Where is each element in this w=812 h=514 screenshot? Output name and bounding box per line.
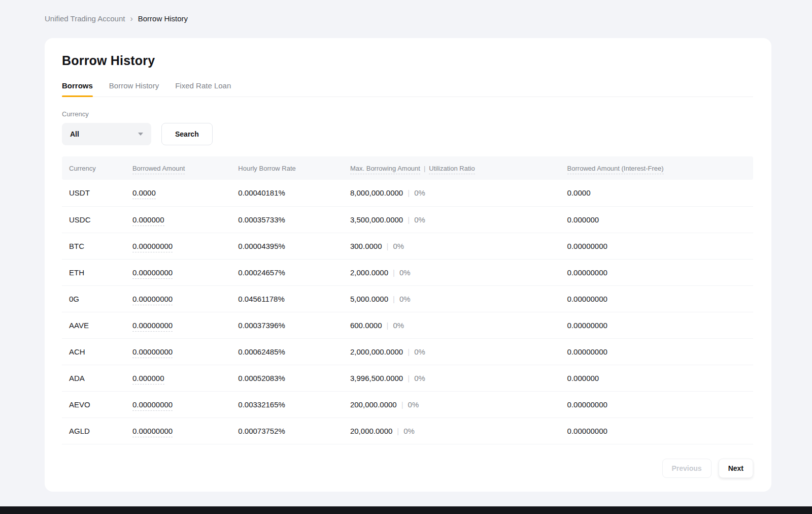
- chevron-down-icon: [138, 133, 143, 136]
- utilization-ratio: 0%: [399, 295, 411, 303]
- pagination: Previous Next: [62, 459, 753, 478]
- value-separator: |: [408, 188, 410, 197]
- table-row: USDT0.00000.00040181%8,000,000.0000|0%0.…: [62, 180, 753, 206]
- currency-select[interactable]: All: [62, 123, 151, 145]
- tab-borrows[interactable]: Borrows: [62, 81, 93, 97]
- cell-hourly-borrow-rate: 0.00004395%: [238, 233, 350, 259]
- cell-hourly-borrow-rate: 0.00037396%: [238, 312, 350, 338]
- utilization-ratio: 0%: [403, 427, 415, 435]
- cell-max-borrowing-utilization: 8,000,000.0000|0%: [350, 180, 567, 206]
- cell-currency: BTC: [62, 233, 132, 259]
- currency-select-value: All: [70, 130, 79, 138]
- breadcrumb: Unified Trading Account › Borrow History: [45, 14, 188, 23]
- cell-hourly-borrow-rate: 0.00052083%: [238, 365, 350, 391]
- borrow-table: Currency Borrowed Amount Hourly Borrow R…: [62, 156, 753, 444]
- cell-interest-free: 0.00000000: [567, 417, 753, 444]
- max-borrowing-amount: 600.0000: [350, 321, 382, 330]
- cell-borrowed-amount[interactable]: 0.00000000: [132, 233, 238, 259]
- max-borrowing-amount: 2,000,000.0000: [350, 347, 403, 356]
- cell-currency: AGLD: [62, 417, 132, 444]
- borrow-history-card: Borrow History Borrows Borrow History Fi…: [45, 38, 771, 492]
- cell-interest-free: 0.00000000: [567, 312, 753, 338]
- cell-hourly-borrow-rate: 0.04561178%: [238, 285, 350, 312]
- search-button[interactable]: Search: [161, 123, 213, 145]
- bottom-bar: [0, 506, 812, 514]
- utilization-ratio: 0%: [408, 400, 419, 409]
- utilization-ratio: 0%: [399, 268, 411, 277]
- cell-max-borrowing-utilization: 20,000.0000|0%: [350, 417, 567, 444]
- table-row: AEVO0.000000000.00332165%200,000.0000|0%…: [62, 391, 753, 417]
- utilization-ratio: 0%: [414, 347, 425, 356]
- cell-max-borrowing-utilization: 2,000,000.0000|0%: [350, 338, 567, 365]
- column-header-interest-free[interactable]: Borrowed Amount (Interest-Free): [567, 156, 753, 180]
- cell-max-borrowing-utilization: 600.0000|0%: [350, 312, 567, 338]
- cell-max-borrowing-utilization: 3,996,500.0000|0%: [350, 365, 567, 391]
- table-row: ETH0.000000000.00024657%2,000.0000|0%0.0…: [62, 259, 753, 285]
- header-separator: |: [424, 165, 425, 172]
- cell-borrowed-amount[interactable]: 0.00000000: [132, 417, 238, 444]
- cell-borrowed-amount[interactable]: 0.00000000: [132, 285, 238, 312]
- max-borrowing-amount: 3,500,000.0000: [350, 215, 403, 224]
- tab-fixed-rate-loan[interactable]: Fixed Rate Loan: [175, 81, 231, 97]
- cell-interest-free: 0.00000000: [567, 259, 753, 285]
- next-page-button[interactable]: Next: [719, 459, 753, 478]
- max-borrowing-amount: 300.0000: [350, 242, 382, 250]
- cell-interest-free: 0.000000: [567, 365, 753, 391]
- page-title: Borrow History: [62, 53, 753, 68]
- cell-borrowed-amount[interactable]: 0.00000000: [132, 259, 238, 285]
- column-header-max-borrowing-utilization[interactable]: Max. Borrowing Amount|Utilization Ratio: [350, 156, 567, 180]
- breadcrumb-current: Borrow History: [138, 14, 188, 23]
- table-header-row: Currency Borrowed Amount Hourly Borrow R…: [62, 156, 753, 180]
- cell-max-borrowing-utilization: 3,500,000.0000|0%: [350, 206, 567, 233]
- previous-page-button[interactable]: Previous: [662, 459, 712, 478]
- utilization-ratio: 0%: [393, 242, 404, 250]
- borrow-table-body: USDT0.00000.00040181%8,000,000.0000|0%0.…: [62, 180, 753, 444]
- cell-hourly-borrow-rate: 0.00035733%: [238, 206, 350, 233]
- cell-borrowed-amount[interactable]: 0.000000: [132, 365, 238, 391]
- cell-borrowed-amount[interactable]: 0.000000: [132, 206, 238, 233]
- cell-max-borrowing-utilization: 2,000.0000|0%: [350, 259, 567, 285]
- table-row: USDC0.0000000.00035733%3,500,000.0000|0%…: [62, 206, 753, 233]
- cell-borrowed-amount[interactable]: 0.00000000: [132, 338, 238, 365]
- value-separator: |: [408, 374, 410, 382]
- table-row: 0G0.000000000.04561178%5,000.0000|0%0.00…: [62, 285, 753, 312]
- cell-interest-free: 0.00000000: [567, 285, 753, 312]
- cell-hourly-borrow-rate: 0.00073752%: [238, 417, 350, 444]
- value-separator: |: [393, 295, 395, 303]
- cell-interest-free: 0.00000000: [567, 233, 753, 259]
- cell-interest-free: 0.00000000: [567, 338, 753, 365]
- tab-borrow-history[interactable]: Borrow History: [109, 81, 159, 97]
- cell-max-borrowing-utilization: 5,000.0000|0%: [350, 285, 567, 312]
- max-borrowing-amount: 2,000.0000: [350, 268, 388, 277]
- table-row: AAVE0.000000000.00037396%600.0000|0%0.00…: [62, 312, 753, 338]
- max-borrowing-amount: 200,000.0000: [350, 400, 397, 409]
- max-borrowing-amount: 3,996,500.0000: [350, 374, 403, 382]
- cell-currency: 0G: [62, 285, 132, 312]
- value-separator: |: [393, 268, 395, 277]
- value-separator: |: [387, 321, 389, 330]
- breadcrumb-parent-link[interactable]: Unified Trading Account: [45, 14, 125, 23]
- utilization-ratio: 0%: [414, 215, 425, 224]
- cell-currency: AEVO: [62, 391, 132, 417]
- cell-borrowed-amount[interactable]: 0.00000000: [132, 391, 238, 417]
- table-row: ADA0.0000000.00052083%3,996,500.0000|0%0…: [62, 365, 753, 391]
- cell-currency: USDC: [62, 206, 132, 233]
- cell-currency: ACH: [62, 338, 132, 365]
- cell-hourly-borrow-rate: 0.00062485%: [238, 338, 350, 365]
- utilization-ratio: 0%: [414, 374, 425, 382]
- utilization-ratio: 0%: [414, 188, 425, 197]
- cell-max-borrowing-utilization: 300.0000|0%: [350, 233, 567, 259]
- cell-borrowed-amount[interactable]: 0.00000000: [132, 312, 238, 338]
- max-borrowing-amount: 5,000.0000: [350, 295, 388, 303]
- table-row: ACH0.000000000.00062485%2,000,000.0000|0…: [62, 338, 753, 365]
- max-borrowing-amount: 8,000,000.0000: [350, 188, 403, 197]
- cell-interest-free: 0.00000000: [567, 391, 753, 417]
- tab-bar: Borrows Borrow History Fixed Rate Loan: [62, 81, 753, 97]
- value-separator: |: [408, 215, 410, 224]
- column-header-borrowed-amount[interactable]: Borrowed Amount: [132, 156, 238, 180]
- currency-filter-label: Currency: [62, 110, 753, 118]
- column-header-hourly-borrow-rate: Hourly Borrow Rate: [238, 156, 350, 180]
- cell-borrowed-amount[interactable]: 0.0000: [132, 180, 238, 206]
- table-row: BTC0.000000000.00004395%300.0000|0%0.000…: [62, 233, 753, 259]
- cell-hourly-borrow-rate: 0.00024657%: [238, 259, 350, 285]
